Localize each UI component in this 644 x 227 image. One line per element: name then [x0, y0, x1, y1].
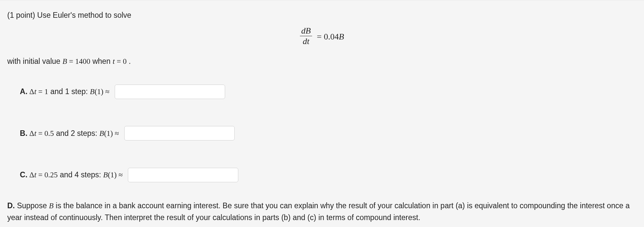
part-D-pre: Suppose — [15, 201, 49, 210]
fraction-numerator: dB — [300, 26, 312, 36]
problem-container: (1 point) Use Euler's method to solve dB… — [0, 0, 644, 227]
part-A-label: A. Δt = 1 and 1 step: B(1) ≈ — [7, 75, 111, 109]
initial-pre: with initial value — [7, 57, 62, 65]
part-A-arg: 1 — [97, 88, 101, 96]
part-A-mid: and 1 step: — [48, 87, 90, 96]
initial-eq2: = — [115, 57, 123, 65]
part-C-delta: Δ — [27, 171, 34, 179]
part-D-letter: D. — [7, 201, 15, 210]
part-A-delta: Δ — [27, 88, 34, 96]
part-B-arg: 1 — [106, 129, 110, 138]
den-d: d — [303, 37, 307, 46]
num-d: d — [301, 26, 306, 36]
part-D-B: B — [49, 202, 54, 210]
part-A-letter: A. — [20, 87, 27, 96]
part-C-label: C. Δt = 0.25 and 4 steps: B(1) ≈ — [7, 158, 125, 192]
part-C-input[interactable] — [128, 168, 238, 182]
initial-eq: = — [67, 57, 75, 65]
den-t: t — [307, 37, 309, 46]
part-B-dtval: 0.5 — [44, 129, 54, 138]
initial-tval: 0 — [123, 57, 127, 65]
rhs-var: B — [339, 32, 344, 41]
part-B-pclose: ) — [110, 129, 113, 138]
part-B-eq: = — [36, 129, 44, 138]
initial-Bval: 1400 — [75, 57, 90, 65]
part-C-mid: and 4 steps: — [58, 170, 103, 179]
part-B-B: B — [100, 129, 104, 138]
part-B-approx: ≈ — [113, 129, 121, 138]
initial-mid: when — [90, 57, 113, 65]
part-C-approx: ≈ — [117, 171, 125, 179]
part-C-letter: C. — [20, 170, 27, 179]
problem-intro: (1 point) Use Euler's method to solve — [7, 10, 637, 21]
fraction-dB-dt: dB dt — [300, 26, 312, 46]
part-C-pclose: ) — [114, 171, 117, 179]
initial-post: . — [127, 57, 131, 65]
num-B: B — [306, 26, 311, 36]
part-B-delta: Δ — [27, 129, 34, 138]
differential-equation: dB dt = 0.04B — [7, 27, 637, 47]
part-A-dtval: 1 — [44, 88, 48, 96]
part-D: D. Suppose B is the balance in a bank ac… — [7, 200, 637, 223]
initial-B: B — [62, 57, 67, 65]
part-B-input[interactable] — [124, 126, 235, 140]
part-A-input[interactable] — [115, 85, 225, 99]
part-C-popen: ( — [108, 171, 110, 179]
part-A-eq: = — [36, 88, 44, 96]
fraction-denominator: dt — [300, 36, 312, 46]
points-label: (1 point) — [7, 11, 37, 19]
part-B: B. Δt = 0.5 and 2 steps: B(1) ≈ — [7, 116, 637, 151]
part-C-eq: = — [36, 171, 44, 179]
part-A-pclose: ) — [101, 88, 103, 96]
part-A-B: B — [90, 88, 95, 96]
part-C-dtval: 0.25 — [44, 171, 58, 179]
rhs-coef: 0.04 — [324, 32, 339, 41]
part-A-popen: ( — [95, 88, 97, 96]
part-B-label: B. Δt = 0.5 and 2 steps: B(1) ≈ — [7, 116, 121, 151]
part-D-text: is the balance in a bank account earning… — [7, 201, 629, 222]
part-B-mid: and 2 steps: — [54, 129, 100, 138]
equals-sign: = — [317, 32, 324, 41]
equation-rhs: = 0.04B — [314, 30, 344, 43]
part-C: C. Δt = 0.25 and 4 steps: B(1) ≈ — [7, 158, 637, 192]
part-C-arg: 1 — [110, 171, 114, 179]
part-A-approx: ≈ — [103, 88, 111, 96]
part-C-B: B — [103, 171, 108, 179]
intro-text: Use Euler's method to solve — [37, 11, 132, 19]
initial-condition: with initial value B = 1400 when t = 0 . — [7, 56, 637, 67]
part-A: A. Δt = 1 and 1 step: B(1) ≈ — [7, 75, 637, 109]
part-B-letter: B. — [20, 129, 27, 138]
